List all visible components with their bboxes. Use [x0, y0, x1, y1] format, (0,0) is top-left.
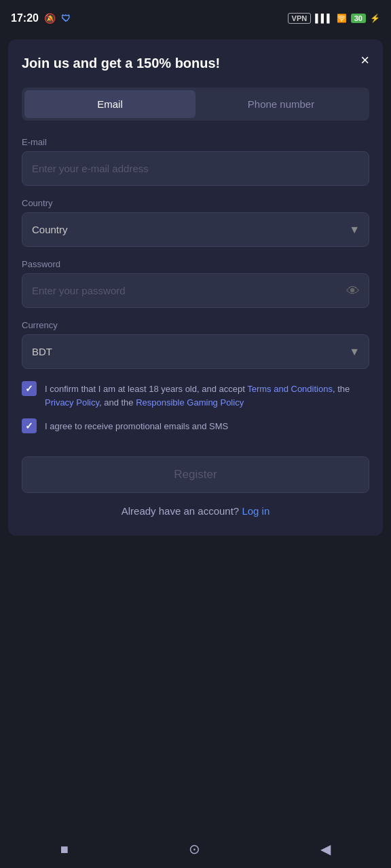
promo-checkbox[interactable] — [22, 418, 37, 433]
battery-badge: 30 — [351, 14, 366, 23]
promo-checkbox-group: I agree to receive promotional emails an… — [22, 418, 369, 433]
currency-select-wrapper: BDT USD EUR INR ▼ — [22, 334, 369, 369]
currency-label: Currency — [22, 320, 369, 330]
terms-checkbox-group: I confirm that I am at least 18 years ol… — [22, 381, 369, 409]
password-label: Password — [22, 259, 369, 269]
notification-icon: 🔕 — [44, 13, 56, 24]
shield-icon: 🛡 — [61, 13, 71, 24]
gaming-policy-link[interactable]: Responsible Gaming Policy — [136, 397, 244, 408]
tab-group: Email Phone number — [22, 87, 369, 121]
status-right-icons: VPN ▌▌▌ 🛜 30 ⚡ — [288, 13, 380, 24]
stop-button[interactable]: ■ — [47, 836, 82, 863]
login-link[interactable]: Log in — [242, 505, 269, 517]
toggle-password-icon[interactable]: 👁 — [346, 283, 360, 298]
promo-label: I agree to receive promotional emails an… — [45, 418, 228, 433]
country-select-wrapper: Country Bangladesh India Pakistan Nepal … — [22, 212, 369, 247]
terms-checkbox[interactable] — [22, 381, 37, 396]
country-field-group: Country Country Bangladesh India Pakista… — [22, 198, 369, 247]
email-label: E-mail — [22, 137, 369, 147]
home-button[interactable]: ⊙ — [175, 835, 214, 863]
tab-email[interactable]: Email — [24, 90, 196, 118]
back-button[interactable]: ◀ — [307, 835, 344, 863]
email-input[interactable] — [22, 151, 369, 186]
wifi-icon: 🛜 — [337, 14, 347, 23]
charging-icon: ⚡ — [370, 14, 380, 23]
currency-select[interactable]: BDT USD EUR INR — [22, 334, 369, 369]
modal-title: Join us and get a 150% bonus! — [22, 56, 369, 71]
close-button[interactable]: × — [358, 50, 372, 71]
country-label: Country — [22, 198, 369, 208]
time-display: 17:20 — [11, 12, 39, 24]
password-input-wrapper: 👁 — [22, 273, 369, 308]
terms-link[interactable]: Terms and Conditions — [247, 384, 333, 394]
currency-field-group: Currency BDT USD EUR INR ▼ — [22, 320, 369, 369]
email-field-group: E-mail — [22, 137, 369, 186]
status-time-area: 17:20 🔕 🛡 — [11, 12, 71, 24]
bottom-nav: ■ ⊙ ◀ — [0, 830, 391, 868]
password-input[interactable] — [22, 273, 369, 308]
privacy-link[interactable]: Privacy Policy — [45, 397, 99, 408]
login-prompt: Already have an account? Log in — [22, 505, 369, 517]
signal-icon: ▌▌▌ — [315, 14, 333, 23]
register-button[interactable]: Register — [22, 456, 369, 493]
terms-label: I confirm that I am at least 18 years ol… — [45, 381, 369, 409]
login-prompt-text: Already have an account? — [122, 505, 239, 517]
registration-modal: × Join us and get a 150% bonus! Email Ph… — [8, 39, 383, 536]
tab-phone[interactable]: Phone number — [196, 90, 367, 118]
country-select[interactable]: Country Bangladesh India Pakistan Nepal — [22, 212, 369, 247]
status-bar: 17:20 🔕 🛡 VPN ▌▌▌ 🛜 30 ⚡ — [0, 0, 391, 34]
vpn-badge: VPN — [288, 13, 312, 24]
password-field-group: Password 👁 — [22, 259, 369, 308]
